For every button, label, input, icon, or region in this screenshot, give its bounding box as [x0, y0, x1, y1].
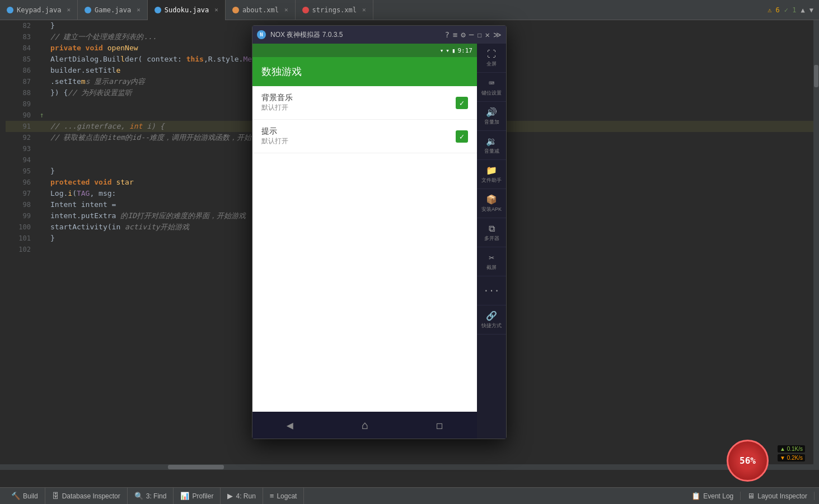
- tab-keypad[interactable]: Keypad.java ✕: [0, 0, 78, 20]
- emu-side-icon-6: ⧉: [489, 223, 495, 234]
- checkbox-1[interactable]: ✓: [456, 130, 468, 143]
- status-right-item-0[interactable]: 📋 Event Log: [685, 492, 741, 500]
- network-circle: 56%: [727, 440, 769, 482]
- phone-toolbar: 数独游戏: [252, 57, 477, 86]
- network-values: ▲ 0.1K/s ▼ 0.2K/s: [778, 445, 805, 456]
- emu-side-btn-4[interactable]: 📁 文件助手: [477, 160, 506, 189]
- horizontal-scrollbar[interactable]: [0, 464, 819, 470]
- tab-game[interactable]: Game.java ✕: [78, 0, 148, 20]
- emu-side-icon-2: 🔊: [486, 107, 497, 117]
- nav-home-btn[interactable]: ⌂: [361, 418, 368, 432]
- emu-side-btn-5[interactable]: 📦 安装APK: [477, 189, 506, 218]
- tab-close-keypad[interactable]: ✕: [67, 6, 71, 13]
- emu-side-btn-1[interactable]: ⌨ 键位设置: [477, 73, 506, 102]
- emu-side-label-7: 截屏: [486, 264, 497, 271]
- phone-navbar: ◀ ⌂ ◻: [252, 412, 477, 439]
- status-icon-1: 🗄: [52, 492, 59, 500]
- chevron-up-icon[interactable]: ▲: [801, 6, 805, 14]
- emu-side-icon-3: 🔉: [486, 136, 497, 147]
- maximize-icon[interactable]: ☐: [477, 30, 481, 39]
- signal-icon: ▾: [446, 47, 450, 54]
- settings-item-text-1: 提示 默认打开: [261, 126, 456, 146]
- emu-side-btn-9[interactable]: 🔗 快捷方式: [477, 305, 506, 335]
- emu-side-btn-8[interactable]: ···: [477, 276, 506, 305]
- emulator-titlebar: N NOX 夜神模拟器 7.0.3.5 ? ≡ ⚙ ─ ☐ ✕ ≫: [252, 26, 506, 44]
- emu-side-btn-0[interactable]: ⛶ 全屏: [477, 44, 506, 73]
- tab-stringsxml[interactable]: strings.xml ✕: [296, 0, 373, 20]
- settings-item-sub-1: 默认打开: [261, 136, 456, 146]
- emu-side-label-0: 全屏: [486, 60, 497, 68]
- tab-close-sudoku[interactable]: ✕: [214, 6, 218, 13]
- status-icon-3: 📊: [180, 492, 189, 500]
- help-icon[interactable]: ?: [444, 30, 449, 39]
- settings-item-1[interactable]: 提示 默认打开 ✓: [252, 120, 477, 153]
- phone-status-icons: ▾ ▾ ▮ 9:17: [440, 47, 472, 54]
- tab-label: Sudoku.java: [165, 6, 209, 14]
- emu-side-btn-6[interactable]: ⧉ 多开器: [477, 218, 506, 247]
- settings-item-text-0: 背景音乐 默认打开: [261, 93, 456, 112]
- status-label-0: Build: [23, 492, 38, 500]
- nav-recent-btn[interactable]: ◻: [436, 418, 443, 432]
- status-icon-0: 🔨: [11, 492, 20, 500]
- tab-label: Game.java: [95, 6, 131, 14]
- tab-label: strings.xml: [312, 6, 357, 14]
- emulator-window-controls: ? ≡ ⚙ ─ ☐ ✕ ≫: [444, 30, 502, 39]
- settings-item-0[interactable]: 背景音乐 默认打开 ✓: [252, 86, 477, 120]
- top-right-indicators: ⚠ 6 ✓ 1 ▲ ▼: [762, 0, 819, 20]
- tab-label: about.xml: [242, 6, 279, 14]
- emu-side-btn-2[interactable]: 🔊 音量加: [477, 102, 506, 131]
- status-label-2: 3: Find: [146, 492, 167, 500]
- warning-badge: ⚠ 6: [767, 6, 780, 14]
- status-item-profiler[interactable]: 📊 Profiler: [174, 488, 221, 504]
- net-down-value: ▼ 0.2K/s: [778, 454, 805, 461]
- emu-side-icon-4: 📁: [486, 165, 497, 176]
- emu-side-label-4: 文件助手: [481, 177, 502, 184]
- status-label-1: Database Inspector: [62, 492, 120, 500]
- status-item-logcat[interactable]: ≡ Logcat: [263, 488, 305, 504]
- settings-item-label-0: 背景音乐: [261, 93, 456, 103]
- emu-side-icon-7: ✂: [489, 252, 494, 263]
- settings-icon[interactable]: ⚙: [461, 30, 465, 39]
- emulator-body: ▾ ▾ ▮ 9:17 数独游戏 背景音乐 默认打开 ✓ 提示 默认打开 ✓: [252, 44, 506, 439]
- status-item-3:-find[interactable]: 🔍 3: Find: [128, 488, 174, 504]
- nav-back-btn[interactable]: ◀: [287, 418, 293, 432]
- settings-item-label-1: 提示: [261, 126, 456, 136]
- chevron-down-icon[interactable]: ▼: [809, 6, 813, 14]
- status-right-label-1: Layout Inspector: [757, 492, 807, 500]
- minimize-icon[interactable]: ─: [469, 30, 474, 39]
- status-label-3: Profiler: [192, 492, 213, 500]
- battery-icon: ▮: [452, 47, 456, 54]
- status-right-label-0: Event Log: [703, 492, 733, 500]
- emu-side-btn-7[interactable]: ✂ 截屏: [477, 247, 506, 276]
- network-indicator: 56% ▲ 0.1K/s ▼ 0.2K/s: [727, 440, 771, 484]
- menu-icon[interactable]: ≡: [453, 30, 457, 39]
- emu-side-label-2: 音量加: [484, 119, 499, 126]
- emu-side-icon-0: ⛶: [487, 49, 496, 59]
- emu-side-label-9: 快捷方式: [481, 322, 502, 329]
- phone-app-title: 数独游戏: [261, 65, 302, 78]
- close-icon[interactable]: ✕: [485, 30, 490, 39]
- checkbox-0[interactable]: ✓: [456, 97, 468, 109]
- tab-label: Keypad.java: [17, 6, 61, 14]
- status-item-build[interactable]: 🔨 Build: [4, 488, 45, 504]
- status-icon-5: ≡: [270, 492, 274, 500]
- wifi-icon: ▾: [440, 47, 444, 54]
- status-label-5: Logcat: [277, 492, 297, 500]
- status-item-database-inspector[interactable]: 🗄 Database Inspector: [45, 488, 128, 504]
- status-label-4: 4: Run: [236, 492, 255, 500]
- arrow-icon[interactable]: ≫: [493, 30, 502, 39]
- emulator-sidebar: ⛶ 全屏 ⌨ 键位设置 🔊 音量加 🔉 音量减 📁 文件助手 📦 安装APK ⧉…: [477, 44, 506, 439]
- tab-sudoku[interactable]: Sudoku.java ✕: [148, 0, 226, 20]
- emu-side-btn-3[interactable]: 🔉 音量减: [477, 131, 506, 160]
- settings-item-sub-0: 默认打开: [261, 103, 456, 112]
- emu-side-label-3: 音量减: [484, 148, 499, 155]
- status-right-icon-0: 📋: [691, 492, 700, 500]
- tab-close-stringsxml[interactable]: ✕: [362, 6, 366, 13]
- vertical-scrollbar[interactable]: [813, 20, 819, 470]
- tab-aboutxml[interactable]: about.xml ✕: [226, 0, 296, 20]
- status-item-4:-run[interactable]: ▶ 4: Run: [221, 488, 263, 504]
- tab-close-aboutxml[interactable]: ✕: [284, 6, 288, 13]
- status-right-item-1[interactable]: 🖥 Layout Inspector: [741, 492, 815, 500]
- tab-close-game[interactable]: ✕: [137, 6, 141, 13]
- emu-side-label-1: 键位设置: [481, 90, 502, 97]
